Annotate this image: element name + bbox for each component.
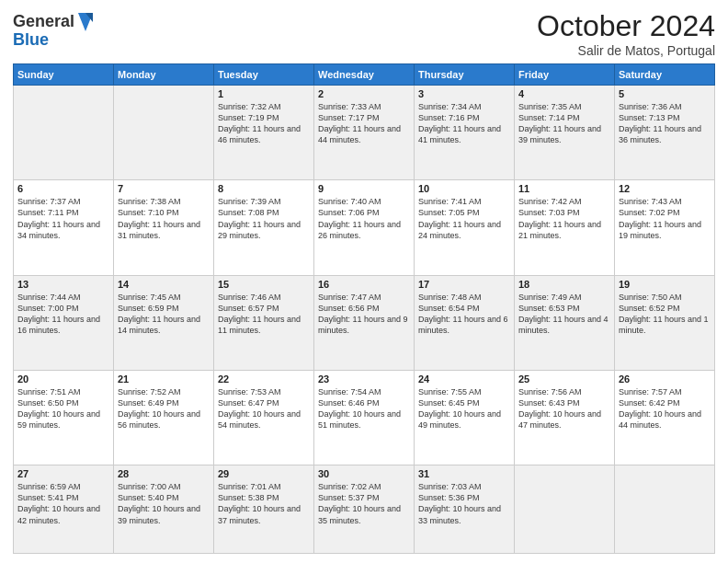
day-info: Sunrise: 7:03 AM Sunset: 5:36 PM Dayligh… [418,481,510,526]
calendar-cell: 12Sunrise: 7:43 AM Sunset: 7:02 PM Dayli… [615,180,715,275]
day-info: Sunrise: 7:33 AM Sunset: 7:17 PM Dayligh… [318,101,410,146]
day-number: 1 [218,88,310,99]
day-number: 30 [318,468,410,479]
day-info: Sunrise: 7:42 AM Sunset: 7:03 PM Dayligh… [518,196,610,241]
day-number: 3 [418,88,510,99]
day-number: 14 [118,279,210,290]
day-number: 18 [518,279,610,290]
day-number: 27 [17,468,109,479]
location-subtitle: Salir de Matos, Portugal [537,43,715,58]
header: General Blue October 2024 Salir de Matos… [13,9,715,58]
calendar-week-row: 6Sunrise: 7:37 AM Sunset: 7:11 PM Daylig… [14,180,715,275]
day-info: Sunrise: 7:47 AM Sunset: 6:56 PM Dayligh… [318,292,410,337]
page: General Blue October 2024 Salir de Matos… [0,0,728,563]
calendar-week-row: 27Sunrise: 6:59 AM Sunset: 5:41 PM Dayli… [14,465,715,554]
day-number: 10 [418,183,510,194]
calendar-cell: 20Sunrise: 7:51 AM Sunset: 6:50 PM Dayli… [14,370,114,465]
day-number: 20 [17,373,109,385]
calendar-cell: 1Sunrise: 7:32 AM Sunset: 7:19 PM Daylig… [214,86,314,180]
day-number: 13 [17,279,109,290]
calendar-cell: 24Sunrise: 7:55 AM Sunset: 6:45 PM Dayli… [415,370,515,465]
day-number: 28 [118,468,210,479]
logo-blue-text: Blue [13,31,49,50]
calendar-cell: 13Sunrise: 7:44 AM Sunset: 7:00 PM Dayli… [14,275,114,370]
day-number: 26 [619,373,711,385]
day-info: Sunrise: 7:39 AM Sunset: 7:08 PM Dayligh… [218,196,310,241]
day-info: Sunrise: 7:37 AM Sunset: 7:11 PM Dayligh… [17,196,109,241]
day-info: Sunrise: 7:43 AM Sunset: 7:02 PM Dayligh… [619,196,711,241]
calendar-cell: 9Sunrise: 7:40 AM Sunset: 7:06 PM Daylig… [314,180,415,275]
calendar-cell [14,86,114,180]
title-block: October 2024 Salir de Matos, Portugal [537,9,715,58]
day-number: 2 [318,88,410,99]
calendar-cell: 6Sunrise: 7:37 AM Sunset: 7:11 PM Daylig… [14,180,114,275]
day-info: Sunrise: 6:59 AM Sunset: 5:41 PM Dayligh… [17,481,109,526]
month-title: October 2024 [537,9,715,43]
day-number: 29 [218,468,310,479]
day-info: Sunrise: 7:57 AM Sunset: 6:42 PM Dayligh… [619,386,711,431]
day-info: Sunrise: 7:01 AM Sunset: 5:38 PM Dayligh… [218,481,310,526]
calendar-cell: 23Sunrise: 7:54 AM Sunset: 6:46 PM Dayli… [314,370,415,465]
day-info: Sunrise: 7:36 AM Sunset: 7:13 PM Dayligh… [619,101,711,146]
calendar-cell: 18Sunrise: 7:49 AM Sunset: 6:53 PM Dayli… [515,275,615,370]
day-number: 31 [418,468,510,479]
day-info: Sunrise: 7:40 AM Sunset: 7:06 PM Dayligh… [318,196,410,241]
day-info: Sunrise: 7:02 AM Sunset: 5:37 PM Dayligh… [318,481,410,526]
day-info: Sunrise: 7:34 AM Sunset: 7:16 PM Dayligh… [418,101,510,146]
calendar-cell [515,465,615,554]
day-number: 4 [518,88,610,99]
day-number: 22 [218,373,310,385]
calendar-cell: 22Sunrise: 7:53 AM Sunset: 6:47 PM Dayli… [214,370,314,465]
day-info: Sunrise: 7:52 AM Sunset: 6:49 PM Dayligh… [118,386,210,431]
day-info: Sunrise: 7:51 AM Sunset: 6:50 PM Dayligh… [17,386,109,431]
header-monday: Monday [114,64,214,86]
header-tuesday: Tuesday [214,64,314,86]
calendar-cell: 31Sunrise: 7:03 AM Sunset: 5:36 PM Dayli… [415,465,515,554]
logo-icon [76,9,95,35]
day-number: 24 [418,373,510,385]
day-number: 25 [518,373,610,385]
calendar-cell: 2Sunrise: 7:33 AM Sunset: 7:17 PM Daylig… [314,86,415,180]
calendar-cell: 10Sunrise: 7:41 AM Sunset: 7:05 PM Dayli… [415,180,515,275]
calendar-cell: 27Sunrise: 6:59 AM Sunset: 5:41 PM Dayli… [14,465,114,554]
day-info: Sunrise: 7:48 AM Sunset: 6:54 PM Dayligh… [418,292,510,337]
day-number: 7 [118,183,210,194]
calendar-cell: 11Sunrise: 7:42 AM Sunset: 7:03 PM Dayli… [515,180,615,275]
day-number: 17 [418,279,510,290]
calendar-cell: 30Sunrise: 7:02 AM Sunset: 5:37 PM Dayli… [314,465,415,554]
day-number: 8 [218,183,310,194]
header-saturday: Saturday [615,64,715,86]
calendar-week-row: 13Sunrise: 7:44 AM Sunset: 7:00 PM Dayli… [14,275,715,370]
calendar-cell [114,86,214,180]
calendar-week-row: 20Sunrise: 7:51 AM Sunset: 6:50 PM Dayli… [14,370,715,465]
day-number: 21 [118,373,210,385]
calendar-cell: 7Sunrise: 7:38 AM Sunset: 7:10 PM Daylig… [114,180,214,275]
calendar-cell: 16Sunrise: 7:47 AM Sunset: 6:56 PM Dayli… [314,275,415,370]
day-info: Sunrise: 7:46 AM Sunset: 6:57 PM Dayligh… [218,292,310,337]
day-info: Sunrise: 7:54 AM Sunset: 6:46 PM Dayligh… [318,386,410,431]
calendar-cell [615,465,715,554]
day-info: Sunrise: 7:56 AM Sunset: 6:43 PM Dayligh… [518,386,610,431]
day-number: 15 [218,279,310,290]
calendar-cell: 21Sunrise: 7:52 AM Sunset: 6:49 PM Dayli… [114,370,214,465]
day-info: Sunrise: 7:45 AM Sunset: 6:59 PM Dayligh… [118,292,210,337]
calendar-cell: 5Sunrise: 7:36 AM Sunset: 7:13 PM Daylig… [615,86,715,180]
day-info: Sunrise: 7:53 AM Sunset: 6:47 PM Dayligh… [218,386,310,431]
day-info: Sunrise: 7:50 AM Sunset: 6:52 PM Dayligh… [619,292,711,337]
calendar-cell: 15Sunrise: 7:46 AM Sunset: 6:57 PM Dayli… [214,275,314,370]
day-info: Sunrise: 7:35 AM Sunset: 7:14 PM Dayligh… [518,101,610,146]
calendar-cell: 4Sunrise: 7:35 AM Sunset: 7:14 PM Daylig… [515,86,615,180]
day-info: Sunrise: 7:00 AM Sunset: 5:40 PM Dayligh… [118,481,210,526]
day-number: 16 [318,279,410,290]
calendar-cell: 14Sunrise: 7:45 AM Sunset: 6:59 PM Dayli… [114,275,214,370]
day-number: 6 [17,183,109,194]
calendar-cell: 26Sunrise: 7:57 AM Sunset: 6:42 PM Dayli… [615,370,715,465]
day-info: Sunrise: 7:55 AM Sunset: 6:45 PM Dayligh… [418,386,510,431]
calendar-cell: 29Sunrise: 7:01 AM Sunset: 5:38 PM Dayli… [214,465,314,554]
header-wednesday: Wednesday [314,64,415,86]
day-number: 11 [518,183,610,194]
calendar-cell: 19Sunrise: 7:50 AM Sunset: 6:52 PM Dayli… [615,275,715,370]
header-friday: Friday [515,64,615,86]
calendar-cell: 3Sunrise: 7:34 AM Sunset: 7:16 PM Daylig… [415,86,515,180]
logo-general-text: General [13,13,74,31]
